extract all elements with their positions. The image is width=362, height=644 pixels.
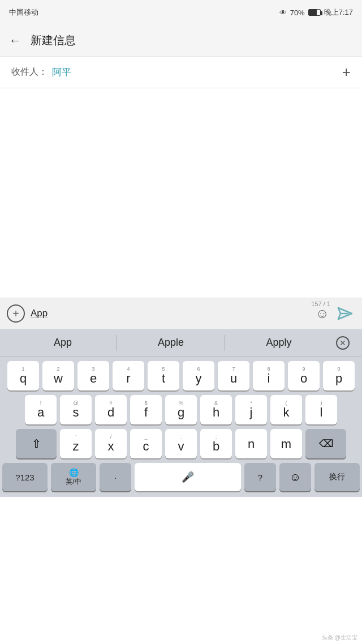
char-count: 157 / 1 [311,300,330,307]
back-button[interactable]: ← [9,33,21,48]
key-j[interactable]: *j [235,395,267,424]
shift-icon: ⇧ [32,437,41,450]
header: ← 新建信息 [0,25,362,57]
key-n[interactable]: n [235,429,267,458]
key-row-1: 1q 2w 3e 4r 5t 6y 7u 8i 9o 0p [0,361,362,390]
key-dot[interactable]: · [100,463,131,491]
autocomplete-app[interactable]: App [9,337,117,349]
battery-icon [308,9,321,16]
status-right: 👁 70% 晚上7:17 [279,7,353,18]
battery-percent: 70% [290,8,305,17]
key-a[interactable]: !a [25,395,57,424]
send-button[interactable] [335,303,355,324]
key-row-3: ⇧ 'z /x _c :v ;b n m ⌫ [0,429,362,458]
key-u[interactable]: 7u [218,361,249,390]
key-e[interactable]: 3e [77,361,109,390]
send-icon [336,304,354,323]
key-h[interactable]: &h [200,395,232,424]
mic-icon: 🎤 [182,471,194,483]
page-title: 新建信息 [31,33,76,48]
keyboard: 1q 2w 3e 4r 5t 6y 7u 8i 9o 0p !a @s #d $… [0,357,362,497]
eye-icon: 👁 [279,8,287,17]
key-k[interactable]: (k [270,395,302,424]
key-q[interactable]: 1q [7,361,39,390]
key-space[interactable]: 🎤 [135,463,241,491]
key-i[interactable]: 8i [253,361,285,390]
recipient-row: 收件人： 阿平 + [0,57,362,88]
key-return[interactable]: 换行 [314,463,360,491]
shift-key[interactable]: ⇧ [16,429,57,458]
lang-switch-label: 英/中 [66,477,81,487]
key-x[interactable]: /x [95,429,127,458]
emoji-bottom-icon: ☺ [290,471,301,484]
key-b[interactable]: ;b [200,429,232,458]
key-z[interactable]: 'z [60,429,92,458]
key-w[interactable]: 2w [42,361,74,390]
question-label: ? [258,473,262,482]
key-row-bottom: ?123 🌐 英/中 · 🎤 ? ☺ 换行 [0,463,362,497]
num-switch-label: ?123 [15,473,34,482]
key-f[interactable]: $f [130,395,162,424]
message-area[interactable] [0,88,362,298]
key-question[interactable]: ? [244,463,276,491]
recipient-label: 收件人： [11,66,48,78]
key-l[interactable]: )l [305,395,337,424]
return-label: 换行 [329,472,345,482]
key-y[interactable]: 6y [183,361,214,390]
attach-button[interactable]: + [7,304,25,323]
globe-icon: 🌐 [69,468,79,477]
status-bar: 中国移动 👁 70% 晚上7:17 [0,0,362,25]
dot-label: · [114,473,117,482]
key-p[interactable]: 0p [323,361,355,390]
key-m[interactable]: m [270,429,302,458]
autocomplete-delete-button[interactable]: ✕ [333,336,353,350]
key-lang-switch[interactable]: 🌐 英/中 [51,463,96,491]
key-g[interactable]: %g [165,395,197,424]
key-emoji-bottom[interactable]: ☺ [279,463,311,491]
message-input[interactable]: App [31,308,309,319]
key-v[interactable]: :v [165,429,197,458]
watermark: 头条 @生活宝 [322,634,357,642]
key-o[interactable]: 9o [288,361,320,390]
key-c[interactable]: _c [130,429,162,458]
key-num-switch[interactable]: ?123 [2,463,48,491]
autocomplete-apple[interactable]: Apple [117,337,225,349]
recipient-name[interactable]: 阿平 [52,66,342,79]
backspace-icon: ⌫ [319,437,333,450]
key-d[interactable]: #d [95,395,127,424]
emoji-button[interactable]: ☺ [315,306,329,321]
carrier-text: 中国移动 [9,7,38,18]
backspace-key[interactable]: ⌫ [305,429,346,458]
key-r[interactable]: 4r [113,361,144,390]
key-t[interactable]: 5t [148,361,179,390]
input-bar: + App 157 / 1 ☺ [0,298,362,329]
delete-circle-icon: ✕ [336,336,350,350]
key-s[interactable]: @s [60,395,92,424]
autocomplete-apply[interactable]: Apply [225,337,333,349]
key-row-2: !a @s #d $f %g &h *j (k )l [0,395,362,424]
add-recipient-button[interactable]: + [342,63,351,81]
time-text: 晚上7:17 [324,7,353,18]
autocomplete-bar: App Apple Apply ✕ [0,329,362,357]
